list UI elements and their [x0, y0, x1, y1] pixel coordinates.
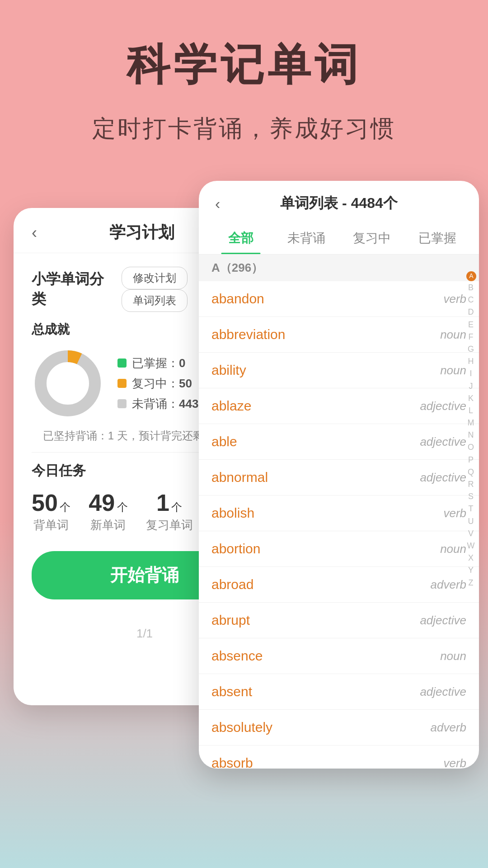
legend-dot-gray — [117, 399, 127, 408]
word-type: adjective — [420, 471, 466, 485]
tab-reviewing[interactable]: 复习中 — [339, 222, 404, 254]
alpha-letter-u[interactable]: U — [466, 516, 475, 527]
word-type: noun — [440, 542, 466, 556]
word-nav: ‹ 单词列表 - 4484个 — [199, 181, 479, 222]
cards-container: ‹ 学习计划 + 小学单词分类 修改计划 单词列表 总成就 — [0, 181, 488, 778]
alpha-letter-n[interactable]: N — [466, 429, 475, 441]
legend-item-mastered: 已掌握：0 — [117, 355, 198, 371]
tab-mastered[interactable]: 已掌握 — [404, 222, 470, 254]
legend-item-reviewing: 复习中：50 — [117, 376, 198, 392]
task-review-number: 1 个 — [146, 491, 193, 514]
main-title: 科学记单词 — [18, 36, 470, 95]
word-type: verb — [443, 756, 466, 769]
legend-dot-green — [117, 359, 127, 368]
word-list: abandonverbabbreviationnounabilitynounab… — [199, 281, 479, 769]
tab-unlearned[interactable]: 未背诵 — [273, 222, 339, 254]
word-tabs: 全部 未背诵 复习中 已掌握 — [199, 222, 479, 255]
alpha-letter-w[interactable]: W — [466, 540, 475, 552]
word-text: absorb — [211, 755, 253, 769]
word-text: abnormal — [211, 470, 268, 485]
alpha-letter-z[interactable]: Z — [466, 577, 475, 589]
task-name-3: 复习单词 — [146, 517, 193, 533]
word-text: able — [211, 434, 237, 449]
alpha-letter-e[interactable]: E — [466, 319, 475, 330]
modify-plan-btn[interactable]: 修改计划 — [122, 267, 188, 289]
alpha-letter-r[interactable]: R — [466, 479, 475, 490]
alpha-letter-p[interactable]: P — [466, 454, 475, 466]
word-type: adverb — [431, 578, 467, 592]
donut-chart — [32, 347, 104, 420]
task-unit-3: 个 — [171, 501, 182, 513]
alpha-letter-j[interactable]: J — [466, 381, 475, 392]
word-list-title: 单词列表 - 4484个 — [280, 193, 398, 213]
word-text: abroad — [211, 577, 253, 592]
word-text: abbreviation — [211, 327, 285, 342]
task-item-new: 49 个 新单词 — [89, 491, 127, 533]
word-type: adjective — [420, 435, 466, 449]
alpha-letter-y[interactable]: Y — [466, 565, 475, 576]
word-row[interactable]: abruptadjective — [199, 603, 479, 638]
word-row[interactable]: abnormaladjective — [199, 460, 479, 495]
alpha-letter-t[interactable]: T — [466, 503, 475, 514]
task-unit-1: 个 — [60, 501, 70, 513]
alpha-letter-m[interactable]: M — [466, 417, 475, 429]
alpha-letter-h[interactable]: H — [466, 356, 475, 367]
legend-reviewing-label: 复习中：50 — [132, 376, 192, 392]
alpha-letter-i[interactable]: I — [466, 368, 475, 379]
alpha-letter-d[interactable]: D — [466, 307, 475, 318]
alpha-letter-l[interactable]: L — [466, 405, 475, 416]
word-text: abortion — [211, 541, 260, 557]
word-row[interactable]: abandonverb — [199, 281, 479, 317]
word-type: noun — [440, 328, 466, 342]
section-label: 小学单词分类 — [32, 269, 117, 309]
word-list-card: ‹ 单词列表 - 4484个 全部 未背诵 复习中 已掌握 A（296） aba… — [199, 181, 479, 769]
word-type: noun — [440, 363, 466, 377]
word-row[interactable]: abortionnoun — [199, 531, 479, 567]
word-type: verb — [443, 506, 466, 520]
tab-all[interactable]: 全部 — [208, 222, 273, 254]
back-icon[interactable]: ‹ — [32, 223, 37, 242]
alpha-letter-b[interactable]: B — [466, 282, 475, 293]
word-row[interactable]: ablazeadjective — [199, 388, 479, 424]
task-item-total: 50 个 背单词 — [32, 491, 70, 533]
legend: 已掌握：0 复习中：50 未背诵：443 — [117, 355, 198, 412]
alpha-letter-c[interactable]: C — [466, 294, 475, 306]
word-type: adjective — [420, 613, 466, 627]
legend-unlearned-label: 未背诵：443 — [132, 396, 198, 412]
word-row[interactable]: abbreviationnoun — [199, 317, 479, 353]
word-row[interactable]: absorbverb — [199, 745, 479, 769]
word-text: absence — [211, 648, 263, 664]
word-text: absolutely — [211, 720, 272, 735]
word-row[interactable]: ableadjective — [199, 424, 479, 460]
alpha-letter-x[interactable]: X — [466, 552, 475, 564]
word-type: adjective — [420, 399, 466, 413]
word-row[interactable]: absentadjective — [199, 674, 479, 710]
alpha-letter-s[interactable]: S — [466, 491, 475, 502]
header-area: 科学记单词 定时打卡背诵，养成好习惯 — [0, 0, 488, 163]
task-total-number: 50 个 — [32, 491, 70, 514]
word-type: noun — [440, 649, 466, 663]
word-list-btn[interactable]: 单词列表 — [122, 289, 188, 312]
word-row[interactable]: abilitynoun — [199, 353, 479, 388]
alpha-letter-o[interactable]: O — [466, 442, 475, 453]
word-row[interactable]: abolishverb — [199, 495, 479, 531]
alpha-letter-f[interactable]: F — [466, 331, 475, 343]
alpha-letter-g[interactable]: G — [466, 344, 475, 355]
alpha-letter-v[interactable]: V — [466, 528, 475, 539]
alpha-letter-a[interactable]: A — [466, 271, 476, 281]
word-row[interactable]: absolutelyadverb — [199, 710, 479, 745]
sub-title: 定时打卡背诵，养成好习惯 — [18, 113, 470, 145]
task-new-number: 49 个 — [89, 491, 127, 514]
alpha-letter-k[interactable]: K — [466, 393, 475, 404]
task-number-3: 1 — [156, 490, 169, 516]
word-row[interactable]: absencenoun — [199, 638, 479, 674]
word-row[interactable]: abroadadverb — [199, 567, 479, 603]
word-text: abolish — [211, 505, 254, 521]
legend-mastered-label: 已掌握：0 — [132, 355, 185, 371]
task-number-2: 49 — [89, 490, 115, 516]
legend-dot-orange — [117, 379, 127, 388]
word-back-icon[interactable]: ‹ — [215, 195, 220, 212]
word-text: ablaze — [211, 398, 251, 414]
word-type: adjective — [420, 685, 466, 699]
alpha-letter-q[interactable]: Q — [466, 467, 475, 478]
